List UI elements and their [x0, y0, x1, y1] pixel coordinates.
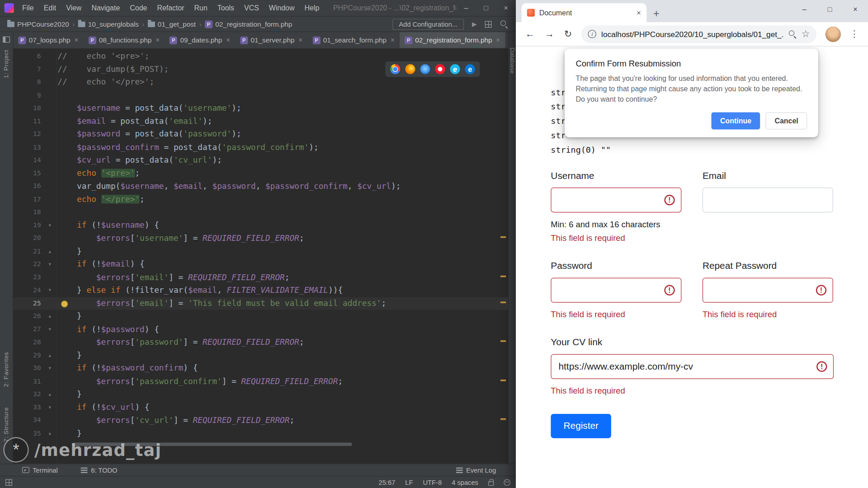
- register-button[interactable]: Register: [551, 414, 611, 438]
- ie-icon[interactable]: e: [450, 64, 460, 74]
- tool-button-project[interactable]: 1: Project: [3, 50, 9, 78]
- menu-edit[interactable]: Edit: [39, 4, 61, 12]
- fold-collapse-icon[interactable]: ▴: [45, 349, 54, 362]
- reload-icon[interactable]: ↻: [560, 28, 576, 40]
- indent-setting[interactable]: 4 spaces: [452, 479, 478, 486]
- fold-expand-icon[interactable]: ▾: [45, 258, 54, 271]
- tab-07_loops.php[interactable]: P07_loops.php×: [13, 32, 83, 48]
- close-tab-icon[interactable]: ×: [637, 8, 641, 17]
- password-input[interactable]: [551, 278, 681, 303]
- breadcrumb-PHPCourse2020[interactable]: PHPCourse2020: [5, 20, 71, 28]
- close-tab-icon[interactable]: ×: [391, 36, 395, 44]
- close-tab-icon[interactable]: ×: [298, 36, 302, 44]
- browser-close-button[interactable]: ×: [843, 0, 868, 19]
- fold-collapse-icon[interactable]: ▴: [45, 245, 54, 258]
- tab-01_server.php[interactable]: P01_server.php×: [235, 32, 307, 48]
- profile-avatar[interactable]: [826, 26, 841, 42]
- menu-vcs[interactable]: VCS: [239, 4, 264, 12]
- browser-tab[interactable]: Document ×: [521, 3, 646, 22]
- password_confirm-input[interactable]: [703, 278, 833, 303]
- menu-view[interactable]: View: [61, 4, 86, 12]
- tool-button-favorites[interactable]: 2: Favorites: [3, 352, 9, 387]
- event-log-button[interactable]: Event Log: [456, 466, 496, 474]
- menu-code[interactable]: Code: [125, 4, 152, 12]
- tool-button-database[interactable]: Database: [509, 47, 516, 74]
- caret-position[interactable]: 25:67: [378, 479, 395, 486]
- cancel-button[interactable]: Cancel: [766, 113, 807, 130]
- warning-stripe-mark[interactable]: [500, 379, 506, 381]
- todo-button[interactable]: 6: TODO: [81, 466, 117, 474]
- fold-expand-icon[interactable]: ▾: [45, 362, 54, 375]
- editor[interactable]: 678910111213141516171819▾2021▴22▾2324▾25…: [13, 49, 508, 464]
- bookmark-star-icon[interactable]: ☆: [802, 28, 810, 40]
- email-input[interactable]: [703, 188, 833, 212]
- line-separator[interactable]: LF: [405, 479, 413, 486]
- fold-expand-icon[interactable]: ▾: [45, 219, 54, 232]
- warning-stripe-mark[interactable]: [500, 301, 506, 303]
- fold-expand-icon[interactable]: ▾: [45, 401, 54, 414]
- close-tab-icon[interactable]: ×: [156, 36, 160, 44]
- menu-run[interactable]: Run: [189, 4, 212, 12]
- edge-icon[interactable]: e: [465, 64, 475, 74]
- firefox-icon[interactable]: [405, 64, 415, 74]
- warning-stripe-mark[interactable]: [500, 418, 506, 420]
- browser-minimize-button[interactable]: –: [792, 0, 817, 19]
- tab-01_search_form.php[interactable]: P01_search_form.php×: [307, 32, 400, 48]
- address-bar[interactable]: i localhost/PHPCourse2020/10_superglobal…: [581, 25, 816, 43]
- line-number: 33: [18, 401, 41, 414]
- search-everywhere-icon[interactable]: [500, 20, 508, 28]
- run-icon[interactable]: ▶: [472, 20, 476, 28]
- forward-icon[interactable]: →: [541, 28, 558, 39]
- zoom-icon[interactable]: [788, 30, 796, 38]
- breadcrumb-02_registration_form.php[interactable]: P02_registration_form.php: [203, 20, 294, 28]
- browser-maximize-button[interactable]: □: [817, 0, 842, 19]
- browser-menu-icon[interactable]: ⋮: [846, 28, 863, 40]
- fold-collapse-icon[interactable]: ▴: [45, 310, 54, 323]
- terminal-button[interactable]: Terminal: [22, 466, 58, 474]
- code-line-12: $password = post_data('password');: [57, 128, 241, 141]
- read-lock-icon[interactable]: [488, 481, 494, 486]
- chrome-icon[interactable]: [390, 64, 400, 74]
- ide-toolbar-right: Add Configuration... ▶: [393, 19, 510, 29]
- menu-navigate[interactable]: Navigate: [86, 4, 125, 12]
- safari-icon[interactable]: [420, 64, 430, 74]
- tab-09_dates.php[interactable]: P09_dates.php×: [165, 32, 235, 48]
- cv_url-input[interactable]: [551, 354, 834, 379]
- tab-02_registration_form.php[interactable]: P02_registration_form.php×: [400, 32, 505, 48]
- inspections-icon[interactable]: [504, 479, 510, 486]
- fold-expand-icon[interactable]: ▾: [45, 284, 54, 297]
- tool-windows-toggle-icon[interactable]: [5, 479, 12, 486]
- warning-stripe-mark[interactable]: [500, 275, 506, 277]
- fold-expand-icon[interactable]: ▾: [45, 323, 54, 336]
- file-encoding[interactable]: UTF-8: [423, 479, 442, 486]
- intention-bulb-icon[interactable]: [61, 300, 68, 307]
- menu-refactor[interactable]: Refactor: [152, 4, 189, 12]
- close-tab-icon[interactable]: ×: [496, 36, 500, 44]
- layout-grid-icon[interactable]: [485, 21, 492, 28]
- menu-window[interactable]: Window: [264, 4, 300, 12]
- project-tool-icon[interactable]: [3, 37, 10, 42]
- add-configuration-button[interactable]: Add Configuration...: [393, 19, 464, 29]
- breadcrumb-01_get_post[interactable]: 01_get_post: [146, 20, 198, 28]
- ide-close-button[interactable]: ×: [496, 0, 516, 16]
- close-tab-icon[interactable]: ×: [226, 36, 230, 44]
- warning-stripe-mark[interactable]: [500, 236, 506, 238]
- warning-stripe-mark[interactable]: [500, 340, 506, 342]
- username-input[interactable]: [551, 188, 681, 212]
- ide-maximize-button[interactable]: □: [476, 0, 496, 16]
- opera-icon[interactable]: [435, 64, 445, 74]
- new-tab-button[interactable]: +: [653, 8, 660, 19]
- breadcrumb-10_superglobals[interactable]: 10_superglobals: [76, 20, 141, 28]
- menu-help[interactable]: Help: [300, 4, 325, 12]
- url-text[interactable]: localhost/PHPCourse2020/10_superglobals/…: [601, 30, 783, 39]
- tab-08_functions.php[interactable]: P08_functions.php×: [83, 32, 165, 48]
- site-info-icon[interactable]: i: [588, 30, 596, 38]
- hidden-tabs-button[interactable]: 3: [505, 32, 508, 48]
- ide-minimize-button[interactable]: –: [456, 0, 476, 16]
- fold-collapse-icon[interactable]: ▴: [45, 388, 54, 401]
- menu-file[interactable]: File: [17, 4, 39, 12]
- back-icon[interactable]: ←: [521, 28, 538, 39]
- close-tab-icon[interactable]: ×: [74, 36, 78, 44]
- continue-button[interactable]: Continue: [712, 113, 760, 130]
- menu-tools[interactable]: Tools: [212, 4, 239, 12]
